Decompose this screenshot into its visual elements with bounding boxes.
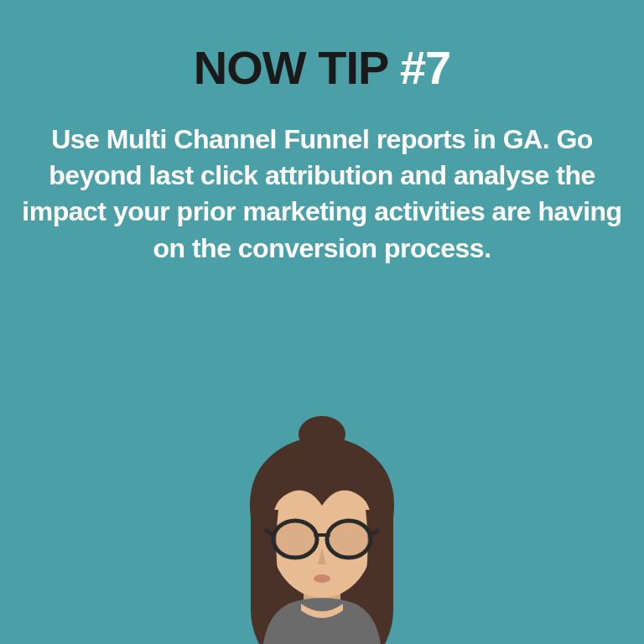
title-prefix: NOW TIP (194, 41, 400, 94)
svg-point-8 (314, 574, 330, 583)
tip-body-text: Use Multi Channel Funnel reports in GA. … (20, 122, 624, 267)
tip-title: NOW TIP #7 (194, 40, 450, 95)
avatar-illustration (205, 409, 439, 644)
svg-point-0 (299, 416, 345, 453)
title-number: #7 (400, 41, 450, 94)
tip-card: NOW TIP #7 Use Multi Channel Funnel repo… (0, 0, 644, 644)
